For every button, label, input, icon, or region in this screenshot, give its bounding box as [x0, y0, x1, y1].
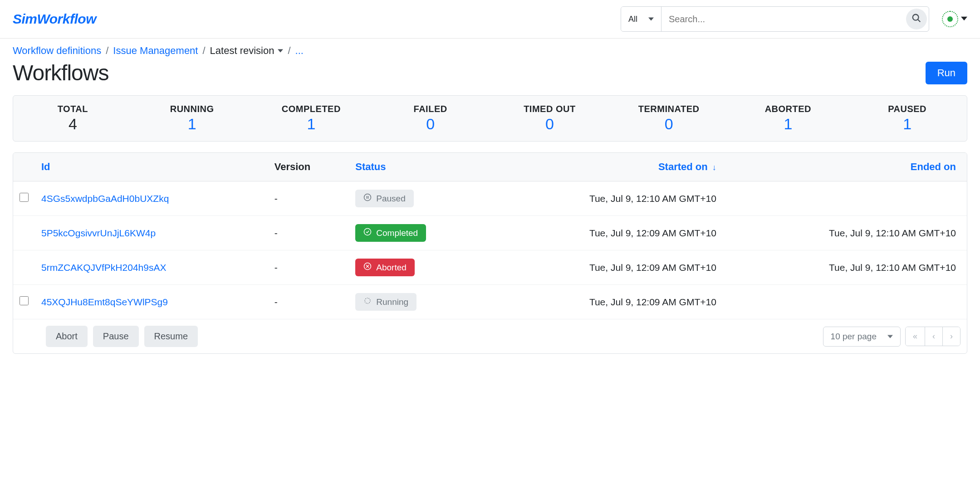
row-started: Tue, Jul 9, 12:09 AM GMT+10 [488, 216, 727, 250]
stat-completed[interactable]: COMPLETED1 [252, 104, 371, 133]
workflow-id-link[interactable]: 5rmZCAKQJVfPkH204h9sAX [41, 262, 166, 273]
breadcrumb-sep: / [288, 45, 290, 57]
search-input[interactable] [662, 7, 904, 31]
stat-value: 1 [848, 115, 967, 133]
workflow-id-link[interactable]: 45XQJHu8Emt8qSeYWlPSg9 [41, 297, 168, 307]
col-started[interactable]: Started on ↓ [488, 153, 727, 181]
caret-down-icon [278, 48, 283, 54]
svg-point-9 [365, 298, 370, 303]
pause-button[interactable]: Pause [93, 326, 139, 347]
stat-label: COMPLETED [252, 104, 371, 114]
row-started: Tue, Jul 9, 12:09 AM GMT+10 [488, 285, 727, 319]
row-ended: Tue, Jul 9, 12:10 AM GMT+10 [727, 216, 967, 250]
breadcrumb-definitions[interactable]: Workflow definitions [13, 45, 101, 57]
status-badge-aborted: Aborted [355, 259, 415, 276]
col-ended[interactable]: Ended on [727, 153, 967, 181]
stat-label: TOTAL [13, 104, 132, 114]
row-version: - [268, 285, 349, 319]
stats-panel: TOTAL4RUNNING1COMPLETED1FAILED0TIMED OUT… [13, 95, 967, 142]
stat-value: 1 [729, 115, 848, 133]
stat-value: 1 [132, 115, 252, 133]
chevron-down-icon [961, 15, 967, 24]
abort-button[interactable]: Abort [46, 326, 88, 347]
breadcrumb-sep: / [106, 45, 108, 57]
stat-value: 1 [252, 115, 371, 133]
stat-value: 0 [490, 115, 609, 133]
paused-icon [363, 193, 372, 204]
breadcrumb-more[interactable]: ... [295, 45, 304, 57]
workflows-table-wrapper: Id Version Status Started on ↓ Ended on … [13, 152, 967, 354]
row-ended [727, 181, 967, 216]
stat-failed[interactable]: FAILED0 [371, 104, 490, 133]
table-row: 5rmZCAKQJVfPkH204h9sAX-AbortedTue, Jul 9… [13, 250, 967, 285]
sort-desc-icon: ↓ [712, 163, 716, 172]
row-checkbox[interactable] [20, 193, 29, 202]
title-bar: Workflows Run [13, 60, 967, 85]
stat-value: 0 [609, 115, 729, 133]
topbar: SimWorkflow All [0, 0, 980, 39]
table-row: 45XQJHu8Emt8qSeYWlPSg9-RunningTue, Jul 9… [13, 285, 967, 319]
stat-timed-out[interactable]: TIMED OUT0 [490, 104, 609, 133]
page-next-button[interactable]: › [942, 327, 960, 346]
stat-running[interactable]: RUNNING1 [132, 104, 252, 133]
col-checkbox [13, 153, 35, 181]
running-icon [363, 297, 372, 307]
status-label: Completed [376, 228, 418, 238]
per-page-label: 10 per page [831, 332, 877, 342]
row-version: - [268, 250, 349, 285]
aborted-icon [363, 262, 372, 273]
search-filter-label: All [628, 15, 637, 24]
workflow-id-link[interactable]: 4SGs5xwdpbGaAdH0bUXZkq [41, 193, 169, 204]
status-label: Aborted [376, 263, 407, 273]
row-ended: Tue, Jul 9, 12:10 AM GMT+10 [727, 250, 967, 285]
status-badge-running: Running [355, 293, 416, 311]
page-nav: « ‹ › [905, 327, 960, 346]
stat-value: 0 [371, 115, 490, 133]
status-badge-completed: Completed [355, 224, 426, 242]
stat-terminated[interactable]: TERMINATED0 [609, 104, 729, 133]
stat-label: ABORTED [729, 104, 848, 114]
col-status[interactable]: Status [349, 153, 487, 181]
col-id[interactable]: Id [35, 153, 268, 181]
table-row: 4SGs5xwdpbGaAdH0bUXZkq-PausedTue, Jul 9,… [13, 181, 967, 216]
row-checkbox[interactable] [20, 296, 29, 305]
brand-logo[interactable]: SimWorkflow [13, 11, 96, 27]
stat-label: TERMINATED [609, 104, 729, 114]
user-menu[interactable] [936, 11, 967, 27]
breadcrumb-revision-label: Latest revision [210, 45, 274, 57]
row-started: Tue, Jul 9, 12:09 AM GMT+10 [488, 250, 727, 285]
svg-line-1 [918, 19, 921, 22]
status-label: Paused [376, 194, 405, 204]
page-title: Workflows [13, 60, 108, 85]
caret-down-icon [648, 15, 654, 24]
svg-point-0 [913, 14, 919, 20]
stat-value: 4 [13, 115, 132, 133]
breadcrumb-revision-select[interactable]: Latest revision [210, 45, 284, 57]
resume-button[interactable]: Resume [144, 326, 198, 347]
stat-label: TIMED OUT [490, 104, 609, 114]
row-ended [727, 285, 967, 319]
col-version: Version [268, 153, 349, 181]
workflow-id-link[interactable]: 5P5kcOgsivvrUnJjL6KW4p [41, 228, 156, 238]
avatar [942, 11, 958, 27]
col-started-label: Started on [658, 161, 708, 172]
per-page-select[interactable]: 10 per page [823, 327, 901, 347]
caret-down-icon [887, 334, 893, 339]
status-label: Running [376, 297, 408, 307]
run-button[interactable]: Run [926, 62, 967, 84]
stat-aborted[interactable]: ABORTED1 [729, 104, 848, 133]
search-icon [911, 13, 921, 25]
page-prev-button[interactable]: ‹ [925, 327, 942, 346]
breadcrumb: Workflow definitions / Issue Management … [13, 45, 967, 57]
breadcrumb-project[interactable]: Issue Management [113, 45, 198, 57]
search-filter-select[interactable]: All [621, 7, 662, 31]
stat-label: FAILED [371, 104, 490, 114]
stat-paused[interactable]: PAUSED1 [848, 104, 967, 133]
table-row: 5P5kcOgsivvrUnJjL6KW4p-CompletedTue, Jul… [13, 216, 967, 250]
row-version: - [268, 216, 349, 250]
completed-icon [363, 228, 372, 238]
search-button[interactable] [906, 9, 927, 29]
status-badge-paused: Paused [355, 190, 413, 207]
page-first-button[interactable]: « [906, 327, 925, 346]
svg-point-2 [364, 194, 371, 201]
